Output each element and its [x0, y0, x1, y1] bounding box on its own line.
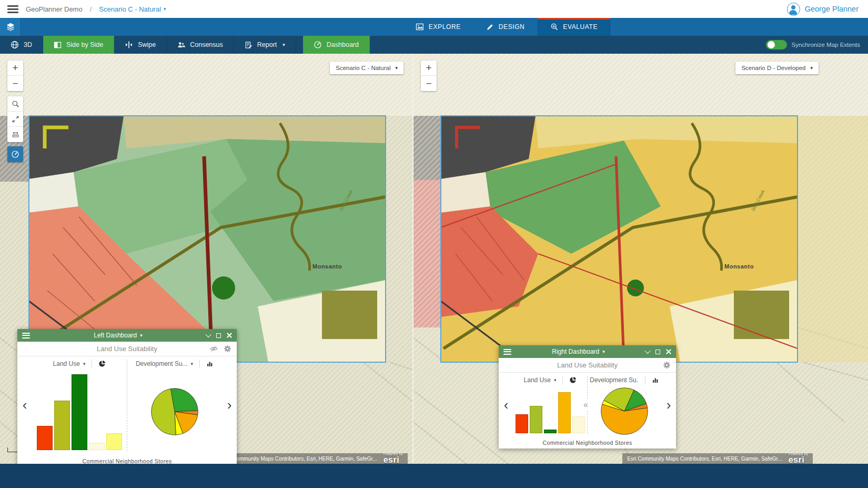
chart-header: Development Su...: [590, 374, 659, 386]
widget-title-row: Land Use Suitability: [17, 342, 237, 356]
tab-design[interactable]: DESIGN: [473, 18, 538, 36]
bar-segment: [558, 392, 571, 433]
magnifier-icon: [12, 100, 19, 108]
swipe-button[interactable]: Swipe: [114, 36, 167, 54]
right-dashboard-title-dropdown[interactable]: Right Dashboard ▾: [516, 348, 641, 355]
zoom-select-button[interactable]: [7, 96, 23, 112]
development-suitability-selector[interactable]: Development Su... ▾: [136, 360, 193, 367]
tab-evaluate[interactable]: EVALUATE: [537, 18, 610, 36]
development-suitability-chart-cell: Development Su... ▾: [127, 356, 222, 454]
esri-logo: Powered by esri: [789, 453, 808, 464]
caret-down-icon: ▾: [191, 362, 194, 366]
panel-menu-icon[interactable]: [22, 333, 30, 338]
gauge-icon: [11, 150, 19, 158]
gear-icon[interactable]: [663, 361, 671, 369]
right-map-pane: Monsanto Seal Creek + − Scenario D - Dev…: [413, 54, 868, 464]
land-use-selector[interactable]: Land Use ▾: [524, 376, 557, 384]
land-use-selector[interactable]: Land Use ▾: [53, 360, 86, 367]
breadcrumb-scenario-dropdown[interactable]: Scenario C - Natural ▾: [99, 5, 166, 13]
left-scenario-selector[interactable]: Scenario C - Natural ▾: [330, 62, 403, 74]
zoom-out-button[interactable]: −: [7, 76, 23, 91]
widget-title: Land Use Suitability: [17, 345, 237, 353]
side-by-side-button[interactable]: Side by Side: [43, 36, 114, 54]
panel-menu-icon[interactable]: [503, 349, 511, 355]
map-label-monsanto: Monsanto: [312, 263, 342, 270]
development-suitability-selector[interactable]: Development Su...: [590, 376, 639, 384]
widget-title-row: Land Use Suitability: [499, 358, 676, 373]
panel-window-controls: [645, 349, 671, 354]
left-dashboard-title-dropdown[interactable]: Left Dashboard ▾: [34, 332, 202, 339]
charts-carousel: ‹ Land Use ▾: [499, 373, 676, 437]
user-menu[interactable]: George Planner: [787, 3, 861, 16]
caret-down-icon: ▾: [83, 362, 86, 366]
collapse-icon[interactable]: [644, 348, 650, 354]
right-map-attribution: Esri Community Maps Contributors, Esri, …: [622, 453, 813, 464]
chart-footer-label: Commercial Neighborhood Stores: [499, 437, 676, 449]
main-menu-icon[interactable]: [7, 5, 18, 13]
bar-chart-type-icon[interactable]: [652, 376, 659, 384]
bar-segment: [572, 416, 585, 433]
pencil-icon: [486, 23, 494, 31]
widget-title: Land Use Suitability: [499, 361, 676, 369]
bar-segment: [89, 443, 105, 450]
map-dashboard-button[interactable]: [7, 146, 23, 162]
map-tool-stack: [7, 96, 23, 142]
consensus-button[interactable]: Consensus: [167, 36, 234, 54]
zoom-in-button[interactable]: +: [7, 61, 23, 76]
caret-down-icon: ▾: [282, 43, 285, 47]
3d-button[interactable]: 3D: [0, 36, 43, 54]
right-dashboard-panel: Right Dashboard ▾ Land Use Suitability: [499, 345, 676, 449]
land-use-bar-chart: [34, 370, 125, 453]
development-suitability-chart-cell: Development Su...: [588, 373, 661, 437]
evaluate-toolbar: 3D Side by Side Swipe Consensus Report: [0, 36, 868, 54]
bar-segment: [72, 374, 87, 450]
bar-segment: [37, 426, 53, 450]
caret-down-icon: ▾: [602, 350, 605, 354]
maximize-icon[interactable]: [655, 350, 660, 354]
zoom-out-button[interactable]: −: [421, 76, 437, 91]
layers-icon: [6, 22, 15, 32]
collapse-chart-icon[interactable]: «: [583, 399, 589, 411]
zoom-in-button[interactable]: +: [421, 61, 437, 76]
gear-icon[interactable]: [224, 345, 231, 353]
pie-chart-type-icon[interactable]: [569, 376, 577, 384]
measure-button[interactable]: [7, 127, 23, 142]
breadcrumb-separator: /: [90, 5, 92, 13]
primary-nav-bar: EXPLORE DESIGN EVALUATE: [0, 18, 868, 36]
close-icon[interactable]: [666, 349, 671, 354]
pie-chart-type-icon[interactable]: [98, 360, 106, 367]
caret-down-icon: ▾: [810, 66, 813, 71]
carousel-next-button[interactable]: ›: [222, 356, 237, 454]
carousel-next-button[interactable]: ›: [661, 373, 676, 437]
bar-chart-type-icon[interactable]: [206, 360, 214, 367]
toolbar-gap: [296, 36, 303, 54]
bottom-bar: [0, 464, 868, 488]
left-dashboard-header: Left Dashboard ▾: [17, 329, 237, 342]
maximize-icon[interactable]: [216, 333, 221, 338]
zoom-control: + −: [7, 61, 23, 91]
chart-divider: «: [587, 376, 588, 434]
collapse-icon[interactable]: [205, 332, 211, 337]
map-label-monsanto: Monsanto: [724, 263, 754, 270]
charts-carousel: ‹ Land Use ▾: [17, 356, 237, 454]
caret-down-icon: ▾: [140, 333, 143, 338]
dashboard-button[interactable]: Dashboard: [303, 36, 370, 54]
visibility-off-icon[interactable]: [209, 344, 218, 353]
gauge-icon: [314, 41, 322, 49]
bar-segment: [516, 414, 528, 433]
carousel-prev-button[interactable]: ‹: [17, 356, 32, 454]
layers-button[interactable]: [0, 18, 21, 36]
left-dashboard-panel: Left Dashboard ▾ Land Use Suitability: [17, 329, 237, 464]
carousel-prev-button[interactable]: ‹: [499, 373, 513, 437]
sync-extents-label: Synchronize Map Extents: [792, 42, 860, 48]
bar-segment: [106, 433, 122, 450]
close-icon[interactable]: [227, 333, 232, 338]
pie-slice: [170, 388, 198, 411]
caret-down-icon: ▾: [554, 378, 557, 383]
tab-explore[interactable]: EXPLORE: [403, 18, 473, 36]
full-extent-button[interactable]: [7, 112, 23, 127]
report-button[interactable]: Report ▾: [234, 36, 296, 54]
side-by-side-icon: [54, 41, 62, 49]
right-scenario-selector[interactable]: Scenario D - Developed ▾: [735, 62, 819, 74]
sync-extents-toggle[interactable]: [766, 40, 787, 49]
